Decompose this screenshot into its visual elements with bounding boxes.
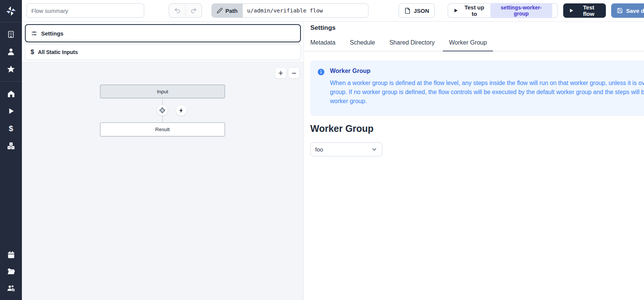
info-box-body: When a worker group is defined at the fl… (330, 79, 644, 106)
variables-dollar-icon[interactable]: $ (3, 121, 19, 136)
tab-metadata[interactable]: Metadata (304, 36, 342, 51)
test-up-to-label: Test up to (461, 4, 487, 17)
tab-worker-group[interactable]: Worker Group (443, 36, 493, 51)
play-icon (453, 8, 459, 13)
windmill-logo-icon (5, 5, 17, 17)
canvas-zoom-controls: + − (275, 67, 300, 79)
all-static-inputs-label: All Static Inputs (38, 49, 78, 55)
settings-panel-title: Settings (310, 24, 644, 32)
worker-group-select-value: foo (315, 146, 323, 153)
worker-group-select[interactable]: foo (310, 142, 382, 156)
info-box-title: Worker Group (330, 68, 644, 74)
info-icon (317, 68, 325, 106)
tab-shared-directory[interactable]: Shared Directory (383, 36, 441, 51)
home-icon[interactable] (3, 86, 19, 101)
test-flow-button[interactable]: Test flow (563, 3, 606, 18)
sliders-icon (31, 30, 37, 37)
json-button[interactable]: JSON (399, 3, 435, 18)
save-draft-button[interactable]: Save draft (611, 3, 644, 18)
undo-icon (174, 7, 181, 14)
input-node[interactable]: Input (100, 85, 225, 98)
zoom-in-button[interactable]: + (275, 67, 287, 79)
worker-group-section-title: Worker Group (310, 123, 644, 134)
pencil-icon (217, 8, 223, 14)
flow-settings-module[interactable]: Settings (25, 24, 301, 42)
add-step-button[interactable] (157, 105, 168, 116)
lightning-bolt-icon (179, 108, 184, 113)
undo-button[interactable] (169, 4, 185, 17)
test-flow-label: Test flow (577, 4, 600, 17)
zoom-out-button[interactable]: − (288, 67, 300, 79)
save-draft-label: Save draft (626, 8, 644, 14)
redo-icon (190, 7, 197, 14)
star-icon[interactable] (3, 62, 19, 77)
sidebar-bottom-group (3, 247, 19, 300)
test-up-to-button[interactable]: Test up to settings-worker-group (448, 3, 558, 18)
resources-boxes-icon[interactable] (3, 138, 19, 153)
path-input[interactable] (243, 4, 368, 17)
redo-button[interactable] (185, 4, 202, 17)
groups-users-settings-icon[interactable] (3, 280, 19, 295)
plus-cross-icon (159, 107, 166, 114)
edit-path-button[interactable]: Path (212, 4, 243, 17)
save-icon (617, 8, 623, 14)
schedules-calendar-icon[interactable] (3, 247, 19, 262)
result-node[interactable]: Result (100, 122, 225, 136)
test-up-to-step-badge: settings-worker-group (490, 3, 552, 18)
tab-schedule[interactable]: Schedule (344, 36, 381, 51)
settings-panel: Settings Metadata Schedule Shared Direct… (304, 22, 644, 300)
settings-tabs: Metadata Schedule Shared Directory Worke… (304, 36, 644, 51)
app-sidebar: $ (0, 0, 22, 300)
path-group: Path (211, 3, 368, 18)
user-icon[interactable] (3, 44, 19, 59)
worker-group-info-box: Worker Group When a worker group is defi… (310, 60, 644, 116)
file-json-icon (404, 8, 411, 14)
sidebar-main-group: $ (3, 82, 19, 158)
sidebar-workspace-group (3, 22, 19, 81)
all-static-inputs-module[interactable]: $ All Static Inputs (25, 44, 301, 60)
windmill-logo[interactable] (0, 0, 22, 22)
undo-redo-group (169, 3, 202, 18)
play-icon (569, 8, 574, 13)
workspace-building-icon[interactable] (3, 27, 19, 42)
trigger-bolt-button[interactable] (176, 105, 186, 116)
folders-icon[interactable] (3, 264, 19, 279)
flow-editor-panel: Settings $ All Static Inputs + − Input R… (22, 22, 304, 300)
path-label: Path (225, 8, 238, 14)
chevron-down-icon (371, 146, 377, 153)
flow-summary-input[interactable] (26, 3, 144, 18)
flow-canvas[interactable]: + − Input Result (22, 62, 304, 300)
dollar-icon: $ (31, 48, 34, 56)
flow-settings-label: Settings (41, 30, 63, 37)
topbar: Path JSON Test up to settings-worker-gro… (22, 0, 644, 22)
json-button-label: JSON (414, 8, 429, 14)
runs-play-icon[interactable] (3, 104, 19, 119)
info-box-content: Worker Group When a worker group is defi… (330, 68, 644, 106)
